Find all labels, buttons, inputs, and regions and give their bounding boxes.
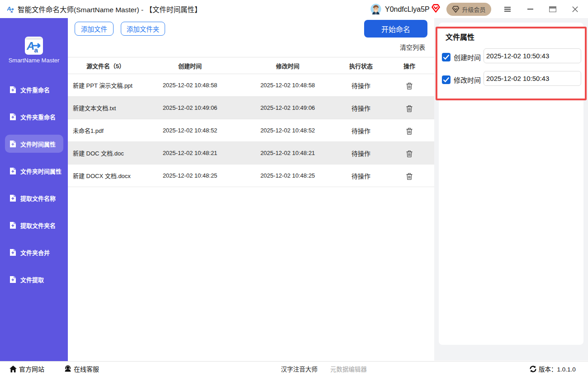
svg-text:a: a	[34, 46, 38, 54]
svg-text:a: a	[11, 9, 13, 13]
